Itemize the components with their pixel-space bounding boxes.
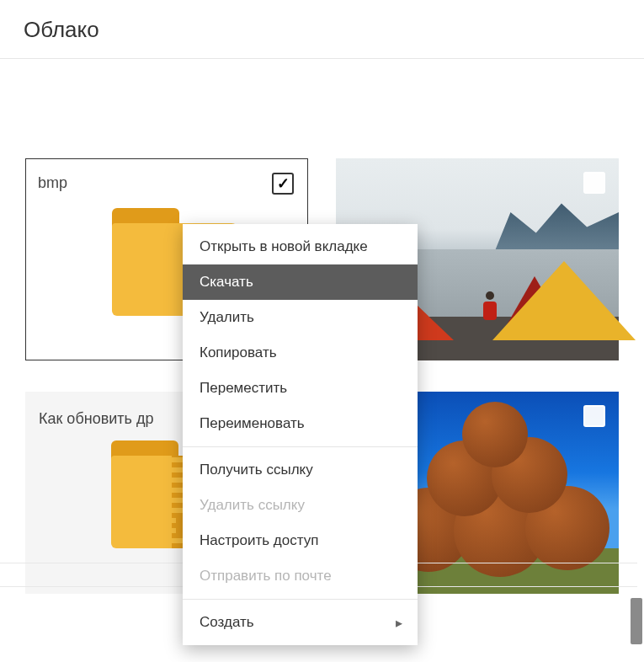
archive-label: Как обновить др [39, 410, 153, 428]
context-menu-item: Отправить по почте [183, 558, 418, 594]
context-menu-item[interactable]: Скачать [183, 264, 418, 300]
context-menu-item[interactable]: Переименовать [183, 406, 418, 441]
context-menu-item: Удалить ссылку [183, 488, 418, 523]
context-menu-item[interactable]: Удалить [183, 300, 418, 335]
context-menu-item[interactable]: Копировать [183, 335, 418, 371]
page-title: Облако [24, 17, 644, 43]
context-menu-item[interactable]: Создать▸ [183, 605, 418, 640]
checkbox-icon[interactable] [583, 172, 605, 194]
context-menu: Открыть в новой вкладкеСкачатьУдалитьКоп… [183, 224, 418, 645]
context-menu-item[interactable]: Открыть в новой вкладке [183, 229, 418, 264]
checkbox-icon[interactable] [583, 405, 605, 427]
checkbox-icon[interactable] [272, 173, 294, 195]
scrollbar-thumb[interactable] [631, 598, 642, 644]
chevron-right-icon: ▸ [396, 615, 402, 631]
context-menu-item[interactable]: Получить ссылку [183, 452, 418, 488]
page-header: Облако [0, 0, 644, 59]
folder-label: bmp [38, 174, 67, 192]
context-menu-item[interactable]: Переместить [183, 371, 418, 406]
file-grid: bmp Как обновить др [0, 59, 644, 81]
context-menu-item[interactable]: Настроить доступ [183, 523, 418, 558]
